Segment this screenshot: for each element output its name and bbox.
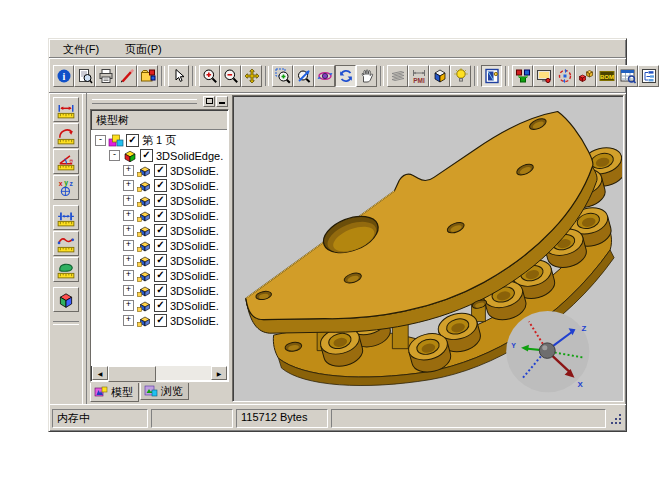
axis-z-label: Z [581,324,586,333]
viewport-3d[interactable]: Z X Y [232,95,624,402]
visibility-checkbox[interactable]: ✓ [154,284,167,297]
tree-node-part[interactable]: +✓3DSolidE. [93,223,228,238]
view-cube-button[interactable] [429,65,450,87]
pan-arrows-button[interactable] [241,65,262,87]
tab-model[interactable]: 模型 [90,383,139,402]
visibility-checkbox[interactable]: ✓ [154,164,167,177]
tree-node-page[interactable]: -✓第 1 页 [93,133,228,148]
orbit-button[interactable] [554,65,575,87]
visibility-checkbox[interactable]: ✓ [154,299,167,312]
markup-pen-button[interactable] [116,65,137,87]
tree-title: 模型树 [92,111,227,130]
tree-node-part[interactable]: +✓3DSolidE. [93,178,228,193]
export-button[interactable] [137,65,158,87]
scroll-left-arrow[interactable]: ◀ [92,366,108,380]
measure-curve-button[interactable] [53,231,79,256]
visibility-checkbox[interactable]: ✓ [154,269,167,282]
visibility-checkbox[interactable]: ✓ [154,194,167,207]
tree-node-part[interactable]: +✓3DSolidE. [93,283,228,298]
measure-radius-icon [57,127,75,145]
expand-toggle[interactable]: - [109,150,120,161]
axis-x-label: X [577,380,583,389]
select-cursor-button[interactable] [168,65,189,87]
tree-node-label: 3DSolidE. [170,315,219,327]
status-resize-grip[interactable] [609,410,623,426]
visibility-checkbox[interactable]: ✓ [154,239,167,252]
rotate-view-button[interactable] [314,65,335,87]
lighting-button[interactable] [450,65,471,87]
tree-node-part[interactable]: +✓3DSolidE. [93,268,228,283]
tree-node-part[interactable]: +✓3DSolidE. [93,193,228,208]
dock-drag-grip[interactable] [92,99,197,104]
snapshot-button[interactable] [533,65,554,87]
expand-toggle[interactable]: + [123,180,134,191]
measure-angle-button[interactable]: θ [53,149,79,174]
menu-item-1[interactable]: 文件(F) [59,41,103,58]
zoom-dynamic-button[interactable] [293,65,314,87]
expand-toggle[interactable]: + [123,210,134,221]
visibility-checkbox[interactable]: ✓ [154,314,167,327]
menu-item-2[interactable]: 页面(P) [121,41,166,58]
expand-toggle[interactable]: + [123,240,134,251]
tree-node-part[interactable]: +✓3DSolidE. [93,238,228,253]
bom-button[interactable]: BOM [596,65,617,87]
pan-hand-button[interactable] [356,65,377,87]
measure-gap-button[interactable] [53,205,79,230]
lighting-icon [453,68,469,84]
tree-node-assembly[interactable]: -✓3DSolidEdge. [93,148,228,163]
tab-browse[interactable]: 浏览 [140,383,189,400]
visibility-checkbox[interactable]: ✓ [140,149,153,162]
scroll-right-arrow[interactable]: ▶ [211,366,227,380]
tree-node-part[interactable]: +✓3DSolidE. [93,208,228,223]
expand-toggle[interactable]: + [123,300,134,311]
status-bar: 内存中115712 Bytes [49,404,626,431]
notebook-button[interactable] [481,65,502,87]
visibility-checkbox[interactable]: ✓ [154,224,167,237]
print-preview-button[interactable] [74,65,95,87]
tree-hscrollbar: ◀ ▶ [92,366,227,380]
expand-toggle[interactable]: + [123,255,134,266]
print-button[interactable] [95,65,116,87]
tree-node-part[interactable]: +✓3DSolidE. [93,298,228,313]
zoom-in-button[interactable] [199,65,220,87]
info-button[interactable]: i [53,65,74,87]
expand-toggle[interactable]: + [123,285,134,296]
tree-client: 模型树 -✓第 1 页-✓3DSolidEdge.+✓3DSolidE.+✓3D… [90,109,229,382]
measure-distance-button[interactable] [53,97,79,122]
dock-hide-button[interactable] [216,96,228,107]
pmi-button[interactable]: PMI [408,65,429,87]
layers-button[interactable] [387,65,408,87]
expand-toggle[interactable]: + [123,195,134,206]
zoom-out-button[interactable] [220,65,241,87]
spin-view-button[interactable] [335,65,356,87]
assembly-tree-button[interactable] [512,65,533,87]
measure-area-button[interactable] [53,257,79,282]
expand-toggle[interactable]: - [95,135,106,146]
dock-float-button[interactable] [203,96,215,107]
zoom-window-button[interactable] [272,65,293,87]
notebook-icon [484,68,500,84]
scroll-thumb[interactable] [108,366,156,382]
explode-button[interactable] [575,65,596,87]
svg-text:BOM: BOM [600,73,614,79]
scroll-track[interactable] [108,366,211,380]
visibility-checkbox[interactable]: ✓ [154,209,167,222]
part-cube-icon [136,269,152,283]
tree-node-part[interactable]: +✓3DSolidE. [93,163,228,178]
measure-volume-button[interactable] [53,287,79,312]
expand-toggle[interactable]: + [123,315,134,326]
visibility-checkbox[interactable]: ✓ [154,254,167,267]
visibility-checkbox[interactable]: ✓ [154,179,167,192]
measure-coordinate-button[interactable]: xyz [53,175,79,200]
tree-node-part[interactable]: +✓3DSolidE. [93,313,228,328]
orientation-triad[interactable]: Z X Y [506,311,589,392]
visibility-checkbox[interactable]: ✓ [126,134,139,147]
expand-toggle[interactable]: + [123,270,134,281]
attr-table-button[interactable] [617,65,638,87]
measure-radius-button[interactable] [53,123,79,148]
tree-node-part[interactable]: +✓3DSolidE. [93,253,228,268]
expand-toggle[interactable]: + [123,165,134,176]
expand-toggle[interactable]: + [123,225,134,236]
measure-volume-icon [57,291,75,309]
struct-tree-button[interactable] [638,65,659,87]
